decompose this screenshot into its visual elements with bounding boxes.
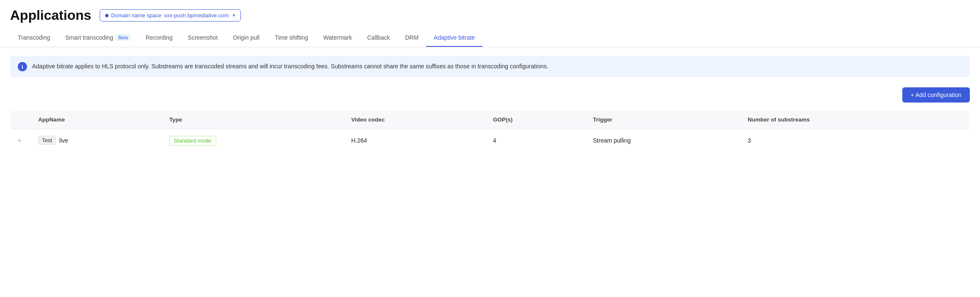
col-appname: AppName — [32, 111, 163, 129]
col-video-codec: Video codec — [345, 111, 487, 129]
tab-transcoding[interactable]: Transcoding — [10, 29, 58, 47]
domain-value: xxx-push.bpmedialive.com — [164, 12, 229, 19]
info-banner: i Adaptive bitrate applies to HLS protoc… — [10, 56, 970, 77]
trigger-cell: Stream pulling — [586, 129, 741, 152]
col-type: Type — [163, 111, 345, 129]
video-codec-cell: H.264 — [345, 129, 487, 152]
tab-smart-transcoding-label: Smart transcoding — [65, 34, 114, 41]
type-cell: Standard mode — [163, 129, 345, 152]
domain-dropdown[interactable]: Domain name space xxx-push.bpmedialive.c… — [100, 9, 241, 22]
tab-adaptive-bitrate[interactable]: Adaptive bitrate — [426, 29, 482, 47]
col-expand — [11, 111, 32, 129]
table-row: + Test live Standard mode H.264 4 Stream… — [11, 129, 970, 152]
col-substreams: Number of substreams — [741, 111, 969, 129]
appname-suffix: live — [59, 137, 68, 144]
add-configuration-button[interactable]: + Add configuration — [902, 87, 970, 103]
type-badge: Standard mode — [169, 136, 216, 146]
page-title: Applications — [10, 8, 91, 23]
table-header-row: AppName Type Video codec GOP(s) Trigger … — [11, 111, 970, 129]
tabs-bar: Transcoding Smart transcoding Beta Recor… — [0, 29, 980, 47]
col-trigger: Trigger — [586, 111, 741, 129]
tab-screenshot[interactable]: Screenshot — [180, 29, 226, 47]
expand-cell[interactable]: + — [11, 129, 32, 152]
main-content: i Adaptive bitrate applies to HLS protoc… — [0, 47, 980, 160]
expand-icon[interactable]: + — [17, 137, 21, 144]
tab-time-shifting[interactable]: Time shifting — [267, 29, 316, 47]
info-text: Adaptive bitrate applies to HLS protocol… — [32, 62, 548, 71]
toolbar: + Add configuration — [10, 87, 970, 103]
gop-cell: 4 — [486, 129, 586, 152]
domain-dot — [105, 14, 109, 17]
col-gop: GOP(s) — [486, 111, 586, 129]
beta-badge: Beta — [116, 34, 131, 41]
appname-tag: Test — [38, 136, 56, 145]
domain-label: Domain name space — [111, 12, 161, 19]
tab-origin-pull[interactable]: Origin pull — [225, 29, 267, 47]
tab-callback[interactable]: Callback — [359, 29, 397, 47]
tab-watermark[interactable]: Watermark — [316, 29, 359, 47]
substreams-cell: 3 — [741, 129, 969, 152]
tab-smart-transcoding[interactable]: Smart transcoding Beta — [58, 29, 138, 47]
tab-recording[interactable]: Recording — [138, 29, 180, 47]
appname-cell: Test live — [32, 129, 163, 152]
page-header: Applications Domain name space xxx-push.… — [0, 0, 980, 29]
chevron-down-icon: ▾ — [233, 13, 235, 18]
tab-drm[interactable]: DRM — [397, 29, 426, 47]
configurations-table: AppName Type Video codec GOP(s) Trigger … — [10, 110, 970, 152]
info-icon: i — [18, 62, 27, 71]
